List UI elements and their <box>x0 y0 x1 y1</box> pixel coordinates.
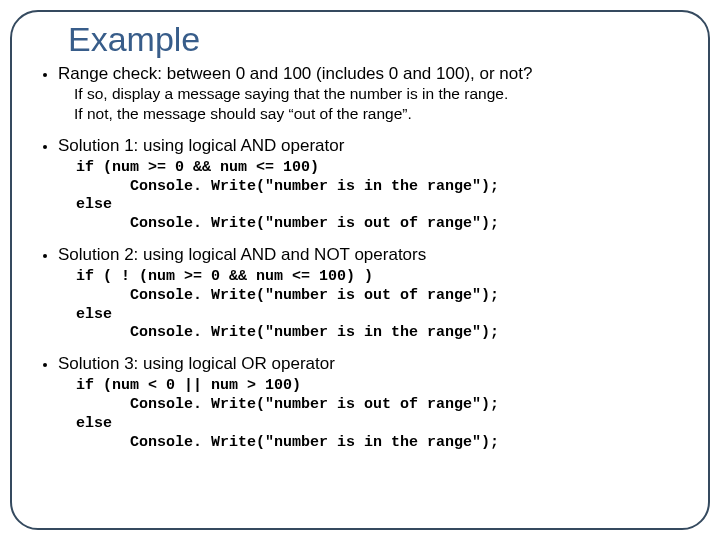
bullet-list: Range check: between 0 and 100 (includes… <box>40 63 680 452</box>
bullet-text: Solution 2: using logical AND and NOT op… <box>58 245 426 264</box>
bullet-solution-2: Solution 2: using logical AND and NOT op… <box>58 244 680 343</box>
bullet-solution-1: Solution 1: using logical AND operator i… <box>58 135 680 234</box>
bullet-text: Solution 1: using logical AND operator <box>58 136 344 155</box>
code-block-2: if ( ! (num >= 0 && num <= 100) ) Consol… <box>76 268 680 343</box>
bullet-range-check: Range check: between 0 and 100 (includes… <box>58 63 680 125</box>
slide-frame: Example Range check: between 0 and 100 (… <box>10 10 710 530</box>
bullet-text: Solution 3: using logical OR operator <box>58 354 335 373</box>
sub-line-2: If not, the message should say “out of t… <box>74 104 680 124</box>
slide-title: Example <box>68 20 680 59</box>
code-block-1: if (num >= 0 && num <= 100) Console. Wri… <box>76 159 680 234</box>
bullet-text: Range check: between 0 and 100 (includes… <box>58 64 532 83</box>
bullet-solution-3: Solution 3: using logical OR operator if… <box>58 353 680 452</box>
sub-line-1: If so, display a message saying that the… <box>74 84 680 104</box>
code-block-3: if (num < 0 || num > 100) Console. Write… <box>76 377 680 452</box>
